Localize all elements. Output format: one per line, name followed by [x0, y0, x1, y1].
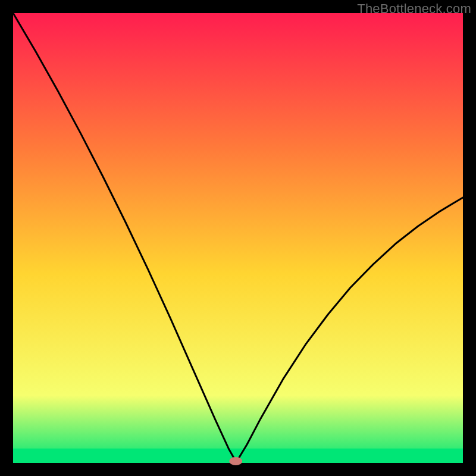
- plot-area: [13, 13, 463, 463]
- chart-container: TheBottleneck.com: [0, 0, 476, 476]
- bottleneck-chart: [0, 0, 476, 476]
- watermark-text: TheBottleneck.com: [357, 1, 471, 17]
- minimum-marker: [229, 457, 242, 465]
